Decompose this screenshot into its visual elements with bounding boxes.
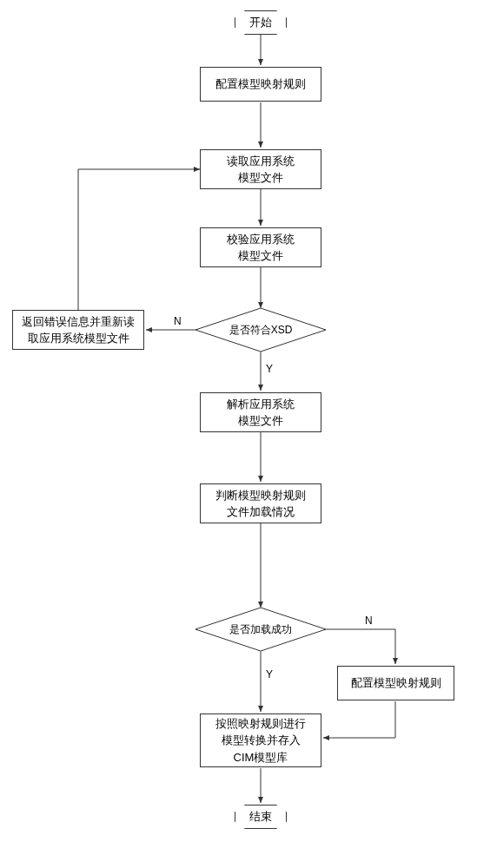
process-label: 按照映射规则进行模型转换并存入CIM模型库 bbox=[215, 715, 306, 766]
decision-label: 是否符合XSD bbox=[229, 323, 293, 338]
process-check-loading: 判断模型映射规则文件加载情况 bbox=[200, 483, 321, 523]
process-configure-mapping: 配置模型映射规则 bbox=[200, 67, 321, 102]
start-label: 开始 bbox=[249, 15, 272, 30]
edge-label-no: N bbox=[365, 615, 373, 627]
process-configure-mapping-2: 配置模型映射规则 bbox=[337, 666, 454, 700]
process-label: 返回错误信息并重新读取应用系统模型文件 bbox=[22, 313, 135, 347]
process-label: 判断模型映射规则文件加载情况 bbox=[215, 487, 306, 521]
edge-label-no: N bbox=[174, 315, 182, 327]
process-label: 配置模型映射规则 bbox=[215, 76, 306, 93]
process-read-model: 读取应用系统模型文件 bbox=[200, 149, 321, 189]
edge-label-yes: Y bbox=[266, 668, 273, 681]
process-parse-model: 解析应用系统模型文件 bbox=[200, 392, 321, 432]
start-terminator: 开始 bbox=[235, 10, 287, 35]
decision-xsd-check: 是否符合XSD bbox=[195, 308, 326, 352]
end-terminator: 结束 bbox=[235, 805, 287, 829]
decision-load-success: 是否加载成功 bbox=[195, 608, 326, 651]
decision-label: 是否加载成功 bbox=[229, 622, 292, 637]
process-label: 读取应用系统模型文件 bbox=[227, 153, 295, 187]
process-transform-store: 按照映射规则进行模型转换并存入CIM模型库 bbox=[200, 713, 321, 767]
edge-label-yes: Y bbox=[266, 363, 273, 375]
process-validate-model: 校验应用系统模型文件 bbox=[200, 227, 321, 267]
process-label: 校验应用系统模型文件 bbox=[227, 231, 295, 265]
process-return-error: 返回错误信息并重新读取应用系统模型文件 bbox=[12, 310, 144, 350]
process-label: 配置模型映射规则 bbox=[351, 674, 441, 692]
process-label: 解析应用系统模型文件 bbox=[227, 396, 295, 430]
end-label: 结束 bbox=[249, 809, 272, 825]
